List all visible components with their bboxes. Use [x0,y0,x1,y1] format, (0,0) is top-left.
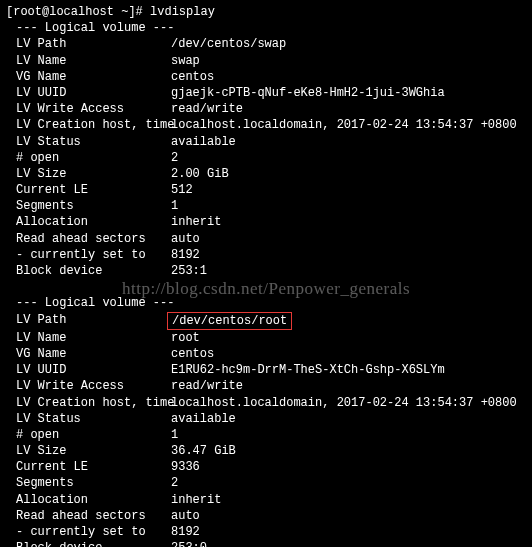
property-row: Current LE9336 [6,459,526,475]
property-row: Segments2 [6,475,526,491]
property-row: LV Nameroot [6,330,526,346]
property-row: LV Path/dev/centos/swap [6,36,526,52]
property-value: /dev/centos/root [171,312,292,330]
property-row: Allocationinherit [6,214,526,230]
property-label: Current LE [6,459,171,475]
property-row: - currently set to8192 [6,247,526,263]
property-label: # open [6,427,171,443]
property-row: Block device253:0 [6,540,526,547]
property-label: Block device [6,263,171,279]
property-value: read/write [171,101,243,117]
property-row: LV UUIDgjaejk-cPTB-qNuf-eKe8-HmH2-1jui-3… [6,85,526,101]
property-label: LV Path [6,312,171,330]
property-value: 2.00 GiB [171,166,229,182]
property-value: available [171,134,236,150]
property-label: # open [6,150,171,166]
property-row: LV Creation host, timelocalhost.localdom… [6,117,526,133]
property-row: LV Write Accessread/write [6,101,526,117]
property-value: read/write [171,378,243,394]
property-label: LV Write Access [6,378,171,394]
property-row: # open2 [6,150,526,166]
property-value: 36.47 GiB [171,443,236,459]
property-value: 8192 [171,524,200,540]
property-label: Read ahead sectors [6,231,171,247]
property-row: # open1 [6,427,526,443]
property-value: 9336 [171,459,200,475]
property-label: Allocation [6,214,171,230]
property-label: LV Status [6,411,171,427]
property-label: Block device [6,540,171,547]
property-row: VG Namecentos [6,69,526,85]
property-label: - currently set to [6,247,171,263]
property-value: E1RU62-hc9m-DrrM-TheS-XtCh-Gshp-X6SLYm [171,362,445,378]
property-label: Segments [6,475,171,491]
property-label: Allocation [6,492,171,508]
property-label: LV Path [6,36,171,52]
command-prompt: [root@localhost ~]# lvdisplay [6,4,526,20]
property-value: centos [171,69,214,85]
property-label: LV Write Access [6,101,171,117]
property-value: root [171,330,200,346]
property-row: Read ahead sectorsauto [6,508,526,524]
property-value: inherit [171,214,221,230]
property-row: LV UUIDE1RU62-hc9m-DrrM-TheS-XtCh-Gshp-X… [6,362,526,378]
property-label: - currently set to [6,524,171,540]
property-label: Segments [6,198,171,214]
property-value: auto [171,508,200,524]
property-label: LV UUID [6,85,171,101]
logical-volume-header: --- Logical volume --- [6,295,526,311]
property-value: 1 [171,198,178,214]
property-row: Segments1 [6,198,526,214]
property-value: available [171,411,236,427]
logical-volume-header: --- Logical volume --- [6,20,526,36]
property-row: Read ahead sectorsauto [6,231,526,247]
property-label: Current LE [6,182,171,198]
property-label: LV Status [6,134,171,150]
property-label: LV Name [6,53,171,69]
property-row: Block device253:1 [6,263,526,279]
property-row: LV Nameswap [6,53,526,69]
property-value: 512 [171,182,193,198]
property-row: Current LE512 [6,182,526,198]
property-row: LV Statusavailable [6,134,526,150]
property-value: localhost.localdomain, 2017-02-24 13:54:… [171,117,517,133]
property-value: 8192 [171,247,200,263]
property-value: centos [171,346,214,362]
blank-line [6,279,526,295]
property-value: gjaejk-cPTB-qNuf-eKe8-HmH2-1jui-3WGhia [171,85,445,101]
property-label: LV Creation host, time [6,117,171,133]
property-row: LV Size36.47 GiB [6,443,526,459]
property-value: 1 [171,427,178,443]
property-row: LV Size2.00 GiB [6,166,526,182]
property-value: 2 [171,475,178,491]
property-value: inherit [171,492,221,508]
property-label: LV Creation host, time [6,395,171,411]
terminal-output: --- Logical volume ---LV Path/dev/centos… [6,20,526,547]
property-value: 253:1 [171,263,207,279]
property-value: 2 [171,150,178,166]
property-value: swap [171,53,200,69]
property-label: LV Name [6,330,171,346]
property-row: VG Namecentos [6,346,526,362]
property-value: auto [171,231,200,247]
property-label: VG Name [6,69,171,85]
property-label: Read ahead sectors [6,508,171,524]
property-label: LV Size [6,443,171,459]
property-label: LV Size [6,166,171,182]
property-row: LV Write Accessread/write [6,378,526,394]
property-value: localhost.localdomain, 2017-02-24 13:54:… [171,395,517,411]
property-row: LV Statusavailable [6,411,526,427]
property-label: VG Name [6,346,171,362]
property-label: LV UUID [6,362,171,378]
highlighted-value: /dev/centos/root [167,312,292,330]
property-row: - currently set to8192 [6,524,526,540]
property-value: /dev/centos/swap [171,36,286,52]
property-row: Allocationinherit [6,492,526,508]
property-row: LV Creation host, timelocalhost.localdom… [6,395,526,411]
property-value: 253:0 [171,540,207,547]
property-row: LV Path/dev/centos/root [6,312,526,330]
